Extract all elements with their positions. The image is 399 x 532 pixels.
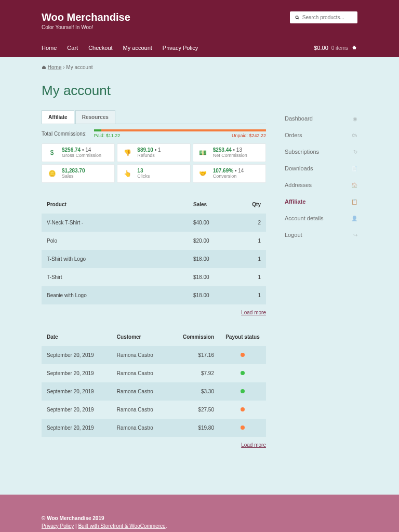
pointer-icon: 👆: [122, 168, 133, 179]
basket-icon: [351, 45, 357, 51]
sidebar-subscriptions[interactable]: Subscriptions↻: [285, 143, 357, 160]
nav-checkout[interactable]: Checkout: [88, 45, 112, 51]
cart-summary[interactable]: $0.00 0 items: [314, 45, 357, 51]
logout-icon: ↪: [353, 232, 357, 238]
sidebar-account-details[interactable]: Account details👤: [285, 210, 357, 227]
brand-tagline: Color Yourself In Woo!: [42, 24, 130, 30]
svg-point-0: [296, 16, 298, 18]
gauge-icon: ◉: [353, 116, 357, 122]
page-title: My account: [42, 83, 357, 99]
products-load-more[interactable]: Load more: [241, 310, 266, 315]
nav-cart[interactable]: Cart: [67, 45, 78, 51]
table-row: Polo$20.001: [42, 232, 266, 250]
handshake-icon: 🤝: [197, 168, 209, 179]
home-icon: [42, 65, 46, 70]
clipboard-icon: 📋: [351, 199, 357, 205]
footer-privacy[interactable]: Privacy Policy: [42, 523, 74, 529]
col-payout-status: Payout status: [219, 328, 266, 346]
commissions-load-more[interactable]: Load more: [241, 442, 266, 448]
stat-gross-commission: $ $256.74 • 14Gross Commission: [42, 143, 115, 162]
coins-icon: 🪙: [46, 168, 58, 179]
dollar-icon: $: [46, 147, 58, 158]
commissions-table: Date Customer Commission Payout status S…: [42, 328, 266, 437]
footer-copyright: © Woo Merchandise 2019: [42, 515, 357, 521]
sidebar-downloads[interactable]: Downloads📄: [285, 160, 357, 177]
paid-amount: Paid: $11.22: [94, 133, 121, 138]
table-row: Beanie with Logo$18.001: [42, 286, 266, 304]
table-row: September 20, 2019Ramona Castro$17.16: [42, 346, 266, 364]
stat-sales: 🪙 $1,283.70Sales: [42, 164, 115, 183]
bar-paid: [94, 129, 102, 131]
table-row: V-Neck T-Shirt -$40.002: [42, 214, 266, 232]
col-customer: Customer: [112, 328, 169, 346]
col-commission: Commission: [169, 328, 220, 346]
nav-privacy[interactable]: Privacy Policy: [163, 45, 198, 51]
sidebar-affiliate[interactable]: Affiliate📋: [285, 193, 357, 210]
breadcrumb-home[interactable]: Home: [48, 64, 62, 70]
status-dot: [241, 407, 245, 411]
nav-my-account[interactable]: My account: [123, 45, 152, 51]
total-commissions-label: Total Commissions:: [42, 131, 87, 137]
refresh-icon: ↻: [353, 149, 357, 155]
file-icon: 📄: [351, 166, 357, 171]
table-row: September 20, 2019Ramona Castro$3.30: [42, 382, 266, 401]
thumbs-down-icon: 👎: [122, 147, 133, 158]
sidebar-addresses[interactable]: Addresses🏠: [285, 177, 357, 193]
stat-clicks: 👆 13Clicks: [117, 164, 190, 183]
hand-dollar-icon: 💵: [197, 147, 209, 158]
table-row: September 20, 2019Ramona Castro$7.92: [42, 364, 266, 382]
sidebar-orders[interactable]: Orders🛍: [285, 127, 357, 143]
status-dot: [241, 371, 245, 375]
stat-refunds: 👎 $89.10 • 1Refunds: [117, 143, 190, 162]
status-dot: [241, 389, 245, 393]
sidebar-logout[interactable]: Logout↪: [285, 227, 357, 243]
table-row: September 20, 2019Ramona Castro$27.50: [42, 401, 266, 419]
col-date: Date: [42, 328, 112, 346]
svg-line-1: [298, 18, 299, 19]
products-table: Product Sales Qty V-Neck T-Shirt -$40.00…: [42, 195, 266, 304]
col-product: Product: [42, 195, 188, 214]
nav-home[interactable]: Home: [42, 45, 57, 51]
user-icon: 👤: [351, 216, 357, 221]
stat-conversion: 🤝 107.69% • 14Conversion: [193, 164, 266, 183]
footer-built-with[interactable]: Built with Storefront & WooCommerce: [78, 523, 165, 529]
search-icon: [295, 15, 300, 20]
tab-resources[interactable]: Resources: [75, 110, 115, 124]
table-row: T-Shirt$18.001: [42, 268, 266, 286]
cart-amount: $0.00: [314, 45, 328, 51]
bar-unpaid: [101, 129, 266, 131]
unpaid-amount: Unpaid: $242.22: [232, 133, 266, 138]
sidebar-dashboard[interactable]: Dashboard◉: [285, 110, 357, 127]
stat-net-commission: 💵 $253.44 • 13Net Commission: [193, 143, 266, 162]
brand-title: Woo Merchandise: [42, 11, 130, 23]
breadcrumb: Home › My account: [42, 64, 357, 70]
basket-icon: 🛍: [352, 132, 357, 138]
brand[interactable]: Woo Merchandise Color Yourself In Woo!: [42, 11, 130, 30]
status-dot: [241, 353, 245, 357]
col-sales: Sales: [188, 195, 235, 214]
table-row: T-Shirt with Logo$18.001: [42, 250, 266, 268]
breadcrumb-current: My account: [66, 64, 92, 70]
home-icon: 🏠: [351, 182, 357, 188]
col-qty: Qty: [235, 195, 266, 214]
search-box[interactable]: [290, 11, 357, 23]
cart-items: 0 items: [331, 45, 348, 51]
tab-affiliate[interactable]: Affiliate: [42, 110, 74, 124]
status-dot: [241, 425, 245, 430]
table-row: September 20, 2019Ramona Castro$19.80: [42, 419, 266, 437]
commissions-bar: Paid: $11.22 Unpaid: $242.22: [94, 129, 266, 138]
search-input[interactable]: [302, 15, 352, 20]
